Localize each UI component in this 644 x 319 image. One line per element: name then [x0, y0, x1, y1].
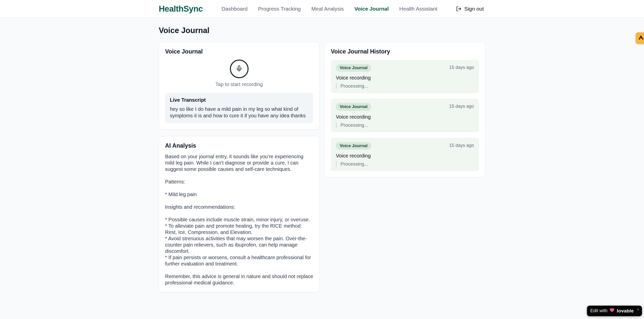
entry-status: Processing... [336, 161, 474, 167]
analysis-text: Based on your journal entry, it sounds l… [165, 153, 313, 286]
sign-out-button[interactable]: Sign out [454, 6, 485, 12]
entry-title: Voice recording [336, 153, 474, 159]
entry-type-badge: Voice Journal [336, 64, 371, 72]
live-transcript-text: hey so like I do have a mild pain in my … [170, 106, 308, 119]
edit-with-label: Edit with [590, 308, 607, 313]
close-icon[interactable]: × [637, 307, 639, 311]
analysis-card-title: AI Analysis [165, 142, 313, 149]
history-entry[interactable]: Voice Journal 15 days ago Voice recordin… [331, 60, 479, 93]
nav-item-meal-analysis[interactable]: Meal Analysis [311, 6, 344, 12]
tap-to-record-hint: Tap to start recording [165, 82, 313, 87]
a-logo-icon [638, 35, 644, 42]
main-nav: Dashboard Progress Tracking Meal Analysi… [222, 6, 485, 12]
lovable-wordmark: lovable [617, 308, 634, 314]
sign-out-label: Sign out [464, 6, 484, 12]
record-button[interactable] [230, 60, 249, 78]
page-title: Voice Journal [159, 26, 485, 35]
entry-type-badge: Voice Journal [336, 103, 371, 111]
entry-type-badge: Voice Journal [336, 142, 371, 150]
live-transcript-title: Live Transcript [170, 97, 308, 103]
edit-with-lovable-badge[interactable]: Edit with lovable × [587, 306, 642, 316]
recorder-card-title: Voice Journal [165, 48, 313, 55]
microphone-icon [236, 65, 243, 73]
ai-analysis-card: AI Analysis Based on your journal entry,… [159, 136, 319, 292]
voice-recorder-card: Voice Journal Tap to start rec [159, 42, 319, 129]
entry-timestamp: 15 days ago [449, 64, 474, 70]
entry-title: Voice recording [336, 75, 474, 81]
entry-status: Processing... [336, 122, 474, 128]
nav-item-health-assistant[interactable]: Health Assistant [399, 6, 437, 12]
app-logo[interactable]: HealthSync [159, 4, 203, 14]
history-entry[interactable]: Voice Journal 15 days ago Voice recordin… [331, 138, 479, 171]
entry-timestamp: 15 days ago [449, 142, 474, 148]
nav-item-progress-tracking[interactable]: Progress Tracking [258, 6, 301, 12]
top-navigation-bar: HealthSync Dashboard Progress Tracking M… [0, 0, 644, 18]
entry-status: Processing... [336, 83, 474, 89]
live-transcript-box: Live Transcript hey so like I do have a … [165, 93, 313, 123]
side-widget-button[interactable] [636, 32, 644, 44]
logout-icon [456, 6, 462, 12]
heart-gradient-icon [609, 308, 615, 314]
nav-item-dashboard[interactable]: Dashboard [222, 6, 248, 12]
history-card-title: Voice Journal History [331, 48, 479, 55]
entry-title: Voice recording [336, 114, 474, 120]
voice-journal-history-card: Voice Journal History Voice Journal 15 d… [325, 42, 485, 177]
entry-timestamp: 15 days ago [449, 103, 474, 109]
history-entry[interactable]: Voice Journal 15 days ago Voice recordin… [331, 99, 479, 132]
nav-item-voice-journal[interactable]: Voice Journal [354, 6, 389, 12]
